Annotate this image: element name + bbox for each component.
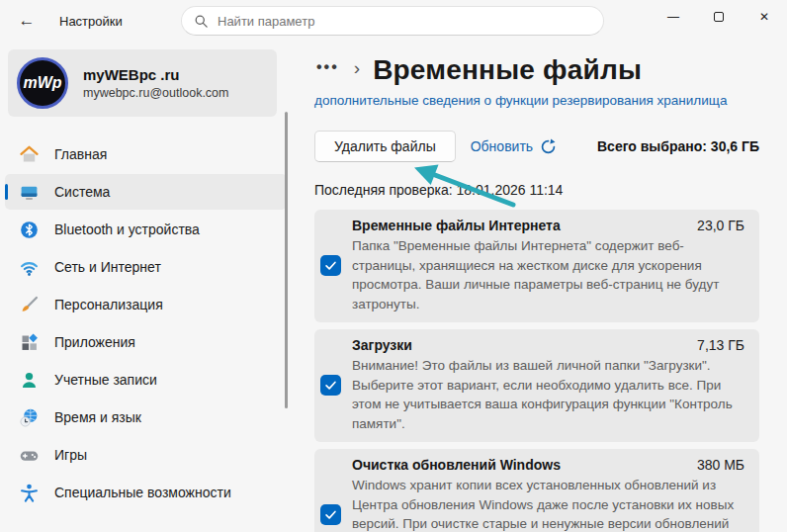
sidebar: mWp myWEBpc .ru mywebpc.ru@outlook.com Г… bbox=[0, 42, 297, 532]
checkbox-internet-temp-files[interactable] bbox=[320, 255, 341, 276]
avatar: mWp bbox=[17, 57, 68, 109]
refresh-link[interactable]: Обновить bbox=[471, 138, 557, 155]
sidebar-scrollbar[interactable] bbox=[285, 112, 288, 408]
check-icon bbox=[323, 258, 338, 273]
check-icon bbox=[323, 378, 338, 393]
sidebar-item-label: Bluetooth и устройства bbox=[54, 222, 200, 237]
minimize-icon: — bbox=[667, 10, 679, 24]
accounts-icon bbox=[19, 370, 40, 391]
selected-indicator bbox=[5, 184, 8, 200]
breadcrumb-ellipsis-button[interactable]: ••• bbox=[314, 57, 341, 83]
sidebar-item-label: Игры bbox=[54, 447, 87, 463]
item-content: Загрузки 7,13 ГБ Внимание! Это файлы из … bbox=[352, 337, 744, 433]
back-button[interactable]: ← bbox=[10, 6, 44, 36]
time-language-icon bbox=[19, 407, 40, 428]
accessibility-icon bbox=[19, 483, 40, 503]
sidebar-item-time-language[interactable]: Время и язык bbox=[5, 399, 287, 435]
sidebar-item-gaming[interactable]: Игры bbox=[5, 437, 287, 473]
checkbox-windows-update-cleanup[interactable] bbox=[320, 504, 341, 525]
app-title: Настройки bbox=[59, 14, 123, 29]
item-description: Windows хранит копии всех установленных … bbox=[352, 476, 744, 532]
sidebar-item-accessibility[interactable]: Специальные возможности bbox=[5, 475, 287, 510]
close-button[interactable]: ✕ bbox=[742, 0, 787, 34]
sidebar-item-network[interactable]: Сеть и Интернет bbox=[5, 249, 287, 285]
breadcrumb: ••• › Временные файлы bbox=[314, 54, 759, 86]
network-icon bbox=[19, 257, 40, 278]
sidebar-item-apps[interactable]: Приложения bbox=[5, 324, 287, 360]
bluetooth-icon bbox=[19, 220, 40, 240]
item-content: Временные файлы Интернета 23,0 ГБ Папка … bbox=[352, 218, 744, 313]
profile-info: myWEBpc .ru mywebpc.ru@outlook.com bbox=[83, 66, 228, 100]
maximize-icon bbox=[714, 12, 724, 22]
sidebar-item-label: Персонализация bbox=[54, 297, 163, 312]
list-item-windows-update-cleanup: Очистка обновлений Windows 380 МБ Window… bbox=[314, 449, 759, 532]
list-item-internet-temp-files: Временные файлы Интернета 23,0 ГБ Папка … bbox=[314, 210, 759, 322]
item-content: Очистка обновлений Windows 380 МБ Window… bbox=[352, 457, 744, 532]
personalization-icon bbox=[19, 295, 40, 315]
sidebar-item-label: Главная bbox=[54, 146, 107, 162]
sidebar-item-label: Специальные возможности bbox=[54, 485, 231, 500]
item-size: 23,0 ГБ bbox=[697, 218, 744, 233]
temp-files-list: Временные файлы Интернета 23,0 ГБ Папка … bbox=[314, 210, 759, 532]
profile-name: myWEBpc .ru bbox=[83, 66, 228, 83]
search-box[interactable] bbox=[181, 6, 604, 36]
checkbox-downloads[interactable] bbox=[320, 375, 341, 396]
check-icon bbox=[323, 507, 338, 522]
search-icon bbox=[194, 14, 209, 29]
toolbar: Удалить файлы Обновить Всего выбрано: 30… bbox=[314, 131, 759, 162]
home-icon bbox=[19, 144, 40, 165]
page-title: Временные файлы bbox=[373, 54, 642, 86]
main-content: ••• › Временные файлы дополнительные све… bbox=[314, 42, 759, 532]
item-size: 380 МБ bbox=[697, 457, 744, 473]
item-title: Очистка обновлений Windows bbox=[352, 457, 561, 473]
refresh-icon bbox=[540, 138, 557, 155]
profile-email: mywebpc.ru@outlook.com bbox=[83, 86, 228, 100]
sidebar-item-label: Сеть и Интернет bbox=[54, 259, 161, 275]
sidebar-nav: Главная Система Bluetooth и устройства bbox=[0, 136, 297, 510]
item-size: 7,13 ГБ bbox=[697, 337, 744, 353]
item-title: Загрузки bbox=[352, 337, 412, 353]
back-icon: ← bbox=[19, 11, 36, 30]
list-item-downloads: Загрузки 7,13 ГБ Внимание! Это файлы из … bbox=[314, 329, 759, 442]
item-head: Временные файлы Интернета 23,0 ГБ bbox=[352, 218, 744, 233]
total-selected-label: Всего выбрано: 30,6 ГБ bbox=[597, 138, 759, 154]
close-icon: ✕ bbox=[759, 10, 769, 24]
delete-files-button[interactable]: Удалить файлы bbox=[314, 131, 456, 162]
last-check-label: Последняя проверка: 18.01.2026 11:14 bbox=[314, 182, 759, 198]
sidebar-item-home[interactable]: Главная bbox=[5, 136, 287, 172]
storage-reserve-link[interactable]: дополнительные сведения о функции резерв… bbox=[314, 93, 727, 108]
sidebar-item-personalization[interactable]: Персонализация bbox=[5, 287, 287, 322]
maximize-button[interactable] bbox=[696, 0, 742, 34]
item-head: Загрузки 7,13 ГБ bbox=[352, 337, 744, 353]
sidebar-item-bluetooth[interactable]: Bluetooth и устройства bbox=[5, 212, 287, 247]
item-description: Папка "Временные файлы Интернета" содерж… bbox=[352, 236, 744, 313]
profile-card[interactable]: mWp myWEBpc .ru mywebpc.ru@outlook.com bbox=[8, 49, 277, 117]
avatar-text: mWp bbox=[23, 74, 61, 92]
item-title: Временные файлы Интернета bbox=[352, 218, 561, 233]
apps-icon bbox=[19, 332, 40, 353]
breadcrumb-chevron-icon: › bbox=[354, 57, 360, 79]
sidebar-item-label: Время и язык bbox=[54, 409, 141, 425]
refresh-label: Обновить bbox=[471, 138, 533, 154]
settings-window: { "titlebar": { "app_title": "Настройки"… bbox=[0, 0, 787, 532]
search-input[interactable] bbox=[218, 14, 591, 29]
system-icon bbox=[19, 182, 40, 203]
titlebar: ← Настройки — ✕ bbox=[0, 0, 787, 42]
sidebar-item-label: Система bbox=[54, 184, 110, 200]
sidebar-item-accounts[interactable]: Учетные записи bbox=[5, 362, 287, 398]
window-controls: — ✕ bbox=[651, 0, 787, 34]
sidebar-item-label: Учетные записи bbox=[54, 372, 157, 388]
sidebar-item-system[interactable]: Система bbox=[5, 174, 287, 210]
minimize-button[interactable]: — bbox=[651, 0, 696, 34]
item-head: Очистка обновлений Windows 380 МБ bbox=[352, 457, 744, 473]
item-description: Внимание! Это файлы из вашей личной папк… bbox=[352, 356, 744, 433]
sidebar-item-label: Приложения bbox=[54, 334, 135, 350]
gaming-icon bbox=[19, 445, 40, 466]
